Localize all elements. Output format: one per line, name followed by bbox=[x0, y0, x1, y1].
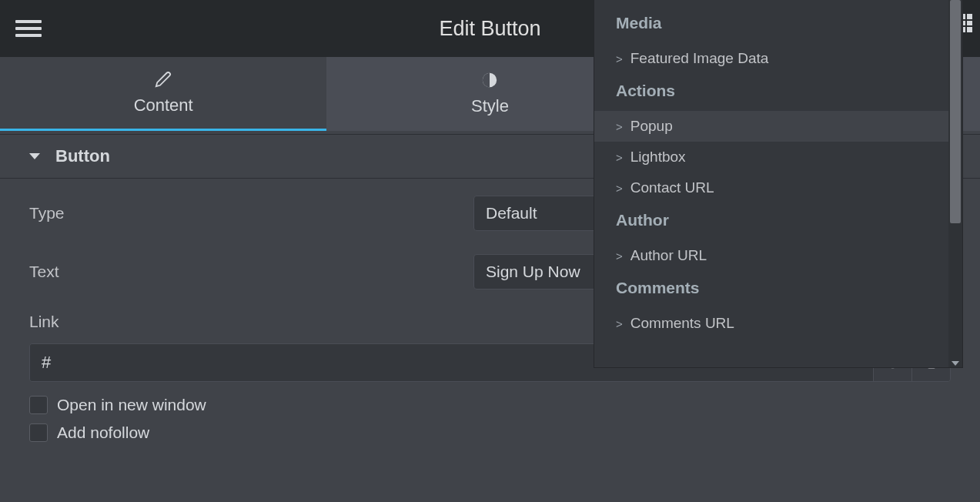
dd-group-comments: Comments bbox=[594, 271, 948, 308]
dd-item-label: Popup bbox=[630, 118, 673, 135]
dynamic-tags-dropdown: Media > Featured Image Data Actions > Po… bbox=[594, 0, 963, 368]
chevron-right-icon: > bbox=[616, 52, 623, 65]
pencil-icon bbox=[155, 71, 172, 88]
open-new-window-label: Open in new window bbox=[57, 396, 206, 414]
type-value: Default bbox=[486, 204, 537, 223]
tab-label-style: Style bbox=[471, 96, 509, 116]
dd-item-author-url[interactable]: > Author URL bbox=[594, 240, 948, 271]
dd-item-label: Author URL bbox=[630, 247, 707, 264]
dd-group-author: Author bbox=[594, 203, 948, 240]
type-label: Type bbox=[29, 204, 65, 223]
dd-item-label: Featured Image Data bbox=[630, 50, 769, 67]
add-nofollow-row: Add nofollow bbox=[29, 423, 951, 442]
dropdown-scrollbar[interactable] bbox=[948, 0, 962, 367]
dd-item-comments-url[interactable]: > Comments URL bbox=[594, 308, 948, 339]
chevron-right-icon: > bbox=[616, 120, 623, 133]
chevron-right-icon: > bbox=[616, 317, 623, 330]
dd-group-media: Media bbox=[594, 6, 948, 43]
dropdown-content: Media > Featured Image Data Actions > Po… bbox=[594, 0, 948, 367]
hamburger-menu-icon[interactable] bbox=[15, 18, 42, 39]
dd-item-featured-image-data[interactable]: > Featured Image Data bbox=[594, 43, 948, 74]
scrollbar-down-arrow-icon[interactable] bbox=[952, 361, 959, 366]
add-nofollow-label: Add nofollow bbox=[57, 423, 149, 442]
open-new-window-row: Open in new window bbox=[29, 396, 951, 414]
caret-down-icon bbox=[29, 153, 40, 159]
text-label: Text bbox=[29, 263, 59, 281]
add-nofollow-checkbox[interactable] bbox=[29, 423, 48, 442]
page-title: Edit Button bbox=[439, 17, 540, 41]
chevron-right-icon: > bbox=[616, 249, 623, 263]
tab-content[interactable]: Content bbox=[0, 57, 326, 131]
scrollbar-thumb[interactable] bbox=[950, 0, 961, 223]
tab-label-content: Content bbox=[134, 95, 193, 115]
dd-item-popup[interactable]: > Popup bbox=[594, 111, 948, 142]
dd-item-label: Comments URL bbox=[630, 315, 734, 332]
open-new-window-checkbox[interactable] bbox=[29, 396, 48, 414]
dd-item-label: Contact URL bbox=[630, 179, 714, 196]
dd-item-label: Lightbox bbox=[630, 149, 686, 166]
dd-item-contact-url[interactable]: > Contact URL bbox=[594, 172, 948, 203]
dd-group-actions: Actions bbox=[594, 74, 948, 111]
chevron-right-icon: > bbox=[616, 151, 623, 164]
section-title: Button bbox=[55, 146, 110, 166]
contrast-icon bbox=[481, 72, 498, 89]
chevron-right-icon: > bbox=[616, 182, 623, 195]
dd-item-lightbox[interactable]: > Lightbox bbox=[594, 142, 948, 172]
